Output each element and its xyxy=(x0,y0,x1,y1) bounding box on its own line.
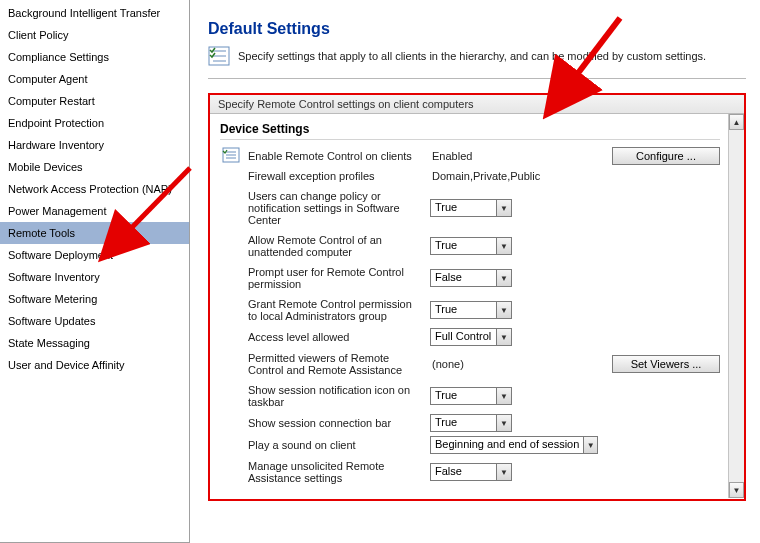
setting-value: Enabled xyxy=(430,150,472,162)
setting-value: (none) xyxy=(430,358,464,370)
setting-label: Enable Remote Control on clients xyxy=(246,146,426,166)
page-title: Default Settings xyxy=(208,20,746,38)
chevron-down-icon[interactable]: ▼ xyxy=(496,302,511,318)
checklist-icon xyxy=(208,46,230,66)
sidebar-item-software-updates[interactable]: Software Updates xyxy=(0,310,189,332)
chevron-down-icon[interactable]: ▼ xyxy=(583,437,597,453)
sidebar-item-client-policy[interactable]: Client Policy xyxy=(0,24,189,46)
dropdown-value: True xyxy=(431,200,496,216)
page-description: Specify settings that apply to all clien… xyxy=(238,50,706,62)
setting-label: Manage unsolicited Remote Assistance set… xyxy=(246,456,426,488)
setting-dropdown[interactable]: Full Control▼ xyxy=(430,328,512,346)
sidebar-item-background-intelligent-transfer[interactable]: Background Intelligent Transfer xyxy=(0,2,189,24)
setting-label: Show session notification icon on taskba… xyxy=(246,380,426,412)
sidebar-item-software-metering[interactable]: Software Metering xyxy=(0,288,189,310)
setting-dropdown[interactable]: True▼ xyxy=(430,414,512,432)
chevron-down-icon[interactable]: ▼ xyxy=(496,329,511,345)
sidebar-item-hardware-inventory[interactable]: Hardware Inventory xyxy=(0,134,189,156)
divider xyxy=(208,78,746,79)
sidebar-item-software-deployment[interactable]: Software Deployment xyxy=(0,244,189,266)
chevron-down-icon[interactable]: ▼ xyxy=(496,200,511,216)
group-title: Device Settings xyxy=(220,122,720,140)
checklist-icon xyxy=(222,147,240,165)
setting-value: Domain,Private,Public xyxy=(430,170,540,182)
chevron-down-icon[interactable]: ▼ xyxy=(496,415,511,431)
row-icon xyxy=(220,147,242,165)
sidebar-item-computer-agent[interactable]: Computer Agent xyxy=(0,68,189,90)
chevron-down-icon[interactable]: ▼ xyxy=(496,270,511,286)
setting-label: Access level allowed xyxy=(246,327,426,347)
chevron-down-icon[interactable]: ▼ xyxy=(496,388,511,404)
setting-label: Play a sound on client xyxy=(246,435,426,455)
setting-label: Grant Remote Control permission to local… xyxy=(246,294,426,326)
dropdown-value: True xyxy=(431,415,496,431)
sidebar-item-mobile-devices[interactable]: Mobile Devices xyxy=(0,156,189,178)
dropdown-value: True xyxy=(431,238,496,254)
dropdown-value: Full Control xyxy=(431,329,496,345)
setting-label: Users can change policy or notification … xyxy=(246,186,426,230)
dropdown-value: Beginning and end of session xyxy=(431,437,583,453)
sidebar-item-power-management[interactable]: Power Management xyxy=(0,200,189,222)
setting-label: Firewall exception profiles xyxy=(246,166,426,186)
setting-dropdown[interactable]: True▼ xyxy=(430,387,512,405)
setting-dropdown[interactable]: False▼ xyxy=(430,463,512,481)
sidebar-item-remote-tools[interactable]: Remote Tools xyxy=(0,222,189,244)
setting-dropdown[interactable]: Beginning and end of session▼ xyxy=(430,436,598,454)
setting-dropdown[interactable]: True▼ xyxy=(430,199,512,217)
dropdown-value: False xyxy=(431,464,496,480)
sidebar-item-network-access-protection-nap[interactable]: Network Access Protection (NAP) xyxy=(0,178,189,200)
setting-label: Show session connection bar xyxy=(246,413,426,433)
sidebar-item-state-messaging[interactable]: State Messaging xyxy=(0,332,189,354)
scroll-up-button[interactable]: ▲ xyxy=(729,114,744,130)
set-viewers-button[interactable]: Set Viewers ... xyxy=(612,355,720,373)
chevron-down-icon[interactable]: ▼ xyxy=(496,464,511,480)
setting-dropdown[interactable]: False▼ xyxy=(430,269,512,287)
setting-label: Prompt user for Remote Control permissio… xyxy=(246,262,426,294)
setting-dropdown[interactable]: True▼ xyxy=(430,237,512,255)
setting-label: Permitted viewers of Remote Control and … xyxy=(246,348,426,380)
sidebar-item-user-and-device-affinity[interactable]: User and Device Affinity xyxy=(0,354,189,376)
sidebar-item-computer-restart[interactable]: Computer Restart xyxy=(0,90,189,112)
scroll-down-button[interactable]: ▼ xyxy=(729,482,744,498)
dropdown-value: True xyxy=(431,302,496,318)
sidebar-item-endpoint-protection[interactable]: Endpoint Protection xyxy=(0,112,189,134)
sidebar-item-software-inventory[interactable]: Software Inventory xyxy=(0,266,189,288)
dropdown-value: False xyxy=(431,270,496,286)
settings-panel: Specify Remote Control settings on clien… xyxy=(208,93,746,501)
chevron-down-icon[interactable]: ▼ xyxy=(496,238,511,254)
sidebar: Background Intelligent TransferClient Po… xyxy=(0,0,190,543)
vertical-scrollbar[interactable]: ▲ ▼ xyxy=(728,114,744,498)
setting-label: Allow Remote Control of an unattended co… xyxy=(246,230,426,262)
setting-dropdown[interactable]: True▼ xyxy=(430,301,512,319)
configure-button[interactable]: Configure ... xyxy=(612,147,720,165)
sidebar-item-compliance-settings[interactable]: Compliance Settings xyxy=(0,46,189,68)
main-panel: Default Settings Specify settings that a… xyxy=(190,0,760,543)
dropdown-value: True xyxy=(431,388,496,404)
panel-caption: Specify Remote Control settings on clien… xyxy=(210,95,744,114)
